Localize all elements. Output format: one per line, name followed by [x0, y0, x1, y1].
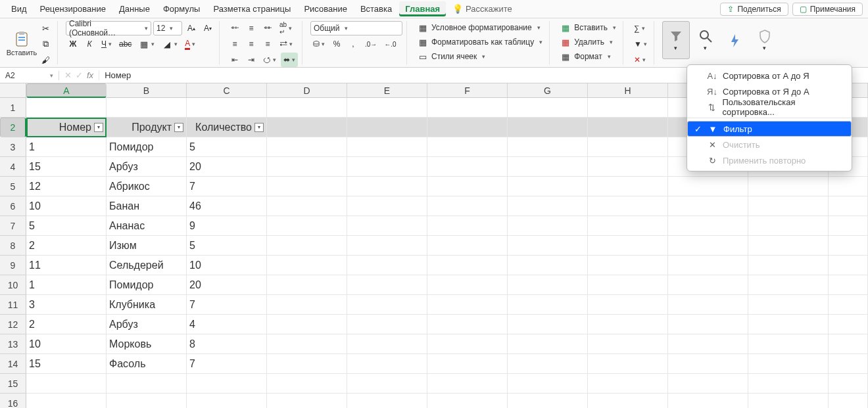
cell-B8[interactable]: Изюм: [107, 236, 187, 256]
sensitivity-button[interactable]: ▾: [751, 21, 779, 59]
cell-A12[interactable]: 2: [26, 315, 107, 334]
cell-H1[interactable]: [588, 98, 668, 118]
orientation-button[interactable]: ⭯: [260, 53, 279, 67]
bold-button[interactable]: Ж: [66, 37, 80, 51]
cell-C8[interactable]: 5: [187, 236, 267, 256]
cell-G10[interactable]: [508, 275, 588, 295]
cancel-formula-button[interactable]: ✕: [64, 70, 72, 80]
wrap-text-button[interactable]: ab↵: [277, 21, 295, 35]
cell-F15[interactable]: [427, 374, 508, 394]
cell-D4[interactable]: [267, 157, 347, 177]
dropdown-item-custom-sort[interactable]: ⇅Пользовательская сортировка...: [687, 99, 852, 115]
cell-E10[interactable]: [347, 275, 427, 295]
cell-B16[interactable]: [107, 394, 187, 408]
cell-G6[interactable]: [508, 196, 588, 216]
cell-G5[interactable]: [508, 177, 588, 196]
conditional-format-button[interactable]: ▦Условное форматирование: [415, 21, 545, 34]
cell-B10[interactable]: Помидор: [107, 275, 187, 295]
cell-J16[interactable]: [748, 394, 829, 408]
paste-button[interactable]: Вставить: [8, 25, 36, 63]
row-header-5[interactable]: 5: [0, 177, 26, 196]
menu-tab-рецензирование[interactable]: Рецензирование: [34, 1, 112, 16]
cell-G12[interactable]: [508, 315, 588, 334]
cell-K6[interactable]: [829, 196, 868, 216]
row-header-2[interactable]: 2: [0, 118, 26, 137]
cell-D10[interactable]: [267, 275, 347, 295]
number-format-select[interactable]: Общий: [310, 21, 402, 35]
cell-D2[interactable]: [267, 118, 347, 137]
cell-A14[interactable]: 15: [26, 354, 107, 374]
menu-tab-главная[interactable]: Главная: [399, 1, 446, 16]
cell-F12[interactable]: [427, 315, 508, 334]
cell-J10[interactable]: [748, 275, 829, 295]
cell-E5[interactable]: [347, 177, 427, 196]
cell-H2[interactable]: [588, 118, 668, 137]
cell-K12[interactable]: [829, 315, 868, 334]
cell-G15[interactable]: [508, 374, 588, 394]
cell-F1[interactable]: [427, 98, 508, 118]
cell-D13[interactable]: [267, 334, 347, 354]
row-header-15[interactable]: 15: [0, 374, 26, 394]
cell-A13[interactable]: 10: [26, 334, 107, 354]
cell-D11[interactable]: [267, 295, 347, 315]
cell-F11[interactable]: [427, 295, 508, 315]
align-bottom-button[interactable]: ⬵: [260, 21, 275, 35]
cell-K11[interactable]: [829, 295, 868, 315]
cell-F7[interactable]: [427, 216, 508, 236]
cell-C14[interactable]: 7: [187, 354, 267, 374]
column-header-G[interactable]: G: [508, 83, 588, 98]
column-header-F[interactable]: F: [427, 83, 508, 98]
select-all-corner[interactable]: [0, 83, 26, 98]
cell-D6[interactable]: [267, 196, 347, 216]
menu-tab-вид[interactable]: Вид: [5, 1, 33, 16]
cell-I15[interactable]: [668, 374, 748, 394]
cell-E8[interactable]: [347, 236, 427, 256]
cell-H14[interactable]: [588, 354, 668, 374]
autosum-button[interactable]: ∑: [631, 21, 648, 35]
cell-H11[interactable]: [588, 295, 668, 315]
cell-H8[interactable]: [588, 236, 668, 256]
column-header-H[interactable]: H: [588, 83, 668, 98]
grow-font-button[interactable]: A▴: [184, 21, 199, 35]
cell-F9[interactable]: [427, 256, 508, 275]
cell-G3[interactable]: [508, 137, 588, 157]
sort-filter-button[interactable]: ▾: [662, 21, 690, 59]
cell-H12[interactable]: [588, 315, 668, 334]
copy-button[interactable]: ⧉: [37, 37, 53, 51]
cell-C16[interactable]: [187, 394, 267, 408]
cell-D1[interactable]: [267, 98, 347, 118]
row-header-16[interactable]: 16: [0, 394, 26, 408]
cell-E12[interactable]: [347, 315, 427, 334]
cell-K8[interactable]: [829, 236, 868, 256]
column-header-C[interactable]: C: [187, 83, 267, 98]
cell-C15[interactable]: [187, 374, 267, 394]
cell-A11[interactable]: 3: [26, 295, 107, 315]
menu-tab-рисование[interactable]: Рисование: [298, 1, 352, 16]
align-top-button[interactable]: ⬴: [228, 21, 242, 35]
cell-C2[interactable]: Количество▾: [187, 118, 267, 137]
cell-H15[interactable]: [588, 374, 668, 394]
menu-tab-разметка страницы[interactable]: Разметка страницы: [207, 1, 297, 16]
cell-H7[interactable]: [588, 216, 668, 236]
cell-F3[interactable]: [427, 137, 508, 157]
cell-A3[interactable]: 1: [26, 137, 107, 157]
cell-G14[interactable]: [508, 354, 588, 374]
cell-B15[interactable]: [107, 374, 187, 394]
percent-button[interactable]: %: [329, 37, 344, 51]
menu-tab-вставка[interactable]: Вставка: [354, 1, 398, 16]
cell-A7[interactable]: 5: [26, 216, 107, 236]
clear-button[interactable]: ✕: [631, 53, 648, 67]
align-center-button[interactable]: ≡: [244, 37, 258, 51]
cell-A6[interactable]: 10: [26, 196, 107, 216]
cell-A2[interactable]: Номер▾: [26, 118, 107, 137]
cell-G8[interactable]: [508, 236, 588, 256]
row-header-6[interactable]: 6: [0, 196, 26, 216]
filter-toggle-A[interactable]: ▾: [94, 123, 103, 132]
cell-K13[interactable]: [829, 334, 868, 354]
cell-E15[interactable]: [347, 374, 427, 394]
decrease-decimal-button[interactable]: ←.0: [381, 37, 398, 51]
underline-button[interactable]: Ч: [99, 37, 114, 51]
cell-E1[interactable]: [347, 98, 427, 118]
cell-G1[interactable]: [508, 98, 588, 118]
cell-C9[interactable]: 10: [187, 256, 267, 275]
